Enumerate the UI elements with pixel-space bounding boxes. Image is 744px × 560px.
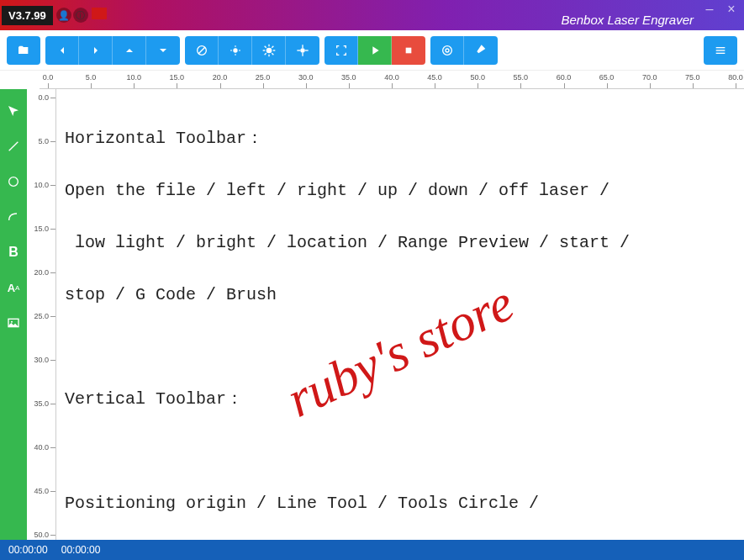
direction-group [45, 36, 180, 65]
right-button[interactable] [79, 36, 113, 65]
brush-button[interactable] [464, 36, 498, 65]
vertical-ruler: 0.05.010.015.020.025.030.035.040.045.050… [27, 89, 56, 540]
bright-button[interactable] [252, 36, 286, 65]
app-title: Benbox Laser Engraver [561, 13, 694, 27]
run-group [325, 36, 425, 65]
vertical-toolbar: B AA [0, 89, 27, 540]
minimize-button[interactable]: – [704, 3, 715, 15]
low-light-button[interactable] [219, 36, 252, 65]
svg-rect-25 [716, 50, 726, 50]
svg-line-13 [272, 53, 273, 55]
menu-button[interactable] [704, 36, 737, 65]
start-button[interactable] [358, 36, 392, 65]
horizontal-ruler: 0.05.010.015.020.025.030.035.040.045.050… [40, 71, 744, 89]
canvas-text: Horizontal Toolbar： Open the file / left… [65, 99, 736, 540]
svg-point-28 [9, 177, 18, 187]
titlebar: V3.7.99 👤 ⓘ Benbox Laser Engraver – × [0, 0, 744, 30]
horizontal-toolbar [0, 30, 744, 71]
flag-icon[interactable] [92, 8, 107, 19]
svg-point-22 [442, 45, 451, 55]
location-button[interactable] [286, 36, 319, 65]
up-button[interactable] [113, 36, 146, 65]
svg-point-7 [266, 47, 272, 53]
curve-tool[interactable]: B [5, 244, 22, 261]
svg-line-15 [272, 45, 273, 47]
laser-group [185, 36, 319, 65]
circle-tool[interactable] [5, 173, 22, 190]
origin-tool[interactable] [5, 103, 22, 119]
svg-point-16 [301, 49, 304, 52]
version-badge: V3.7.99 [2, 6, 53, 25]
stop-button[interactable] [392, 36, 425, 65]
svg-line-1 [198, 47, 205, 54]
user-icon[interactable]: 👤 [56, 8, 71, 23]
picture-tool[interactable] [5, 314, 22, 331]
range-preview-button[interactable] [325, 36, 358, 65]
svg-point-30 [11, 321, 13, 323]
open-file-button[interactable] [7, 36, 40, 65]
info-icon[interactable]: ⓘ [73, 8, 88, 23]
svg-rect-21 [406, 47, 412, 53]
left-button[interactable] [45, 36, 79, 65]
extra-group [430, 36, 498, 65]
title-icons: 👤 ⓘ [56, 8, 107, 23]
off-laser-button[interactable] [185, 36, 219, 65]
window-controls: – × [704, 3, 737, 15]
canvas-area[interactable]: Horizontal Toolbar： Open the file / left… [56, 89, 744, 540]
svg-point-2 [233, 48, 237, 52]
close-button[interactable]: × [726, 3, 737, 15]
arc-tool[interactable] [5, 209, 22, 225]
status-time-1: 00:00:00 [8, 544, 48, 556]
svg-point-23 [446, 49, 449, 52]
statusbar: 00:00:00 00:00:00 [0, 540, 744, 560]
svg-line-14 [264, 53, 266, 55]
line-tool[interactable] [5, 138, 22, 155]
svg-rect-24 [716, 47, 726, 48]
svg-rect-26 [716, 52, 726, 53]
text-tool[interactable]: AA [5, 279, 22, 296]
svg-line-12 [264, 45, 266, 47]
status-time-2: 00:00:00 [61, 544, 101, 556]
gcode-button[interactable] [430, 36, 464, 65]
down-button[interactable] [146, 36, 180, 65]
svg-line-27 [9, 142, 18, 151]
